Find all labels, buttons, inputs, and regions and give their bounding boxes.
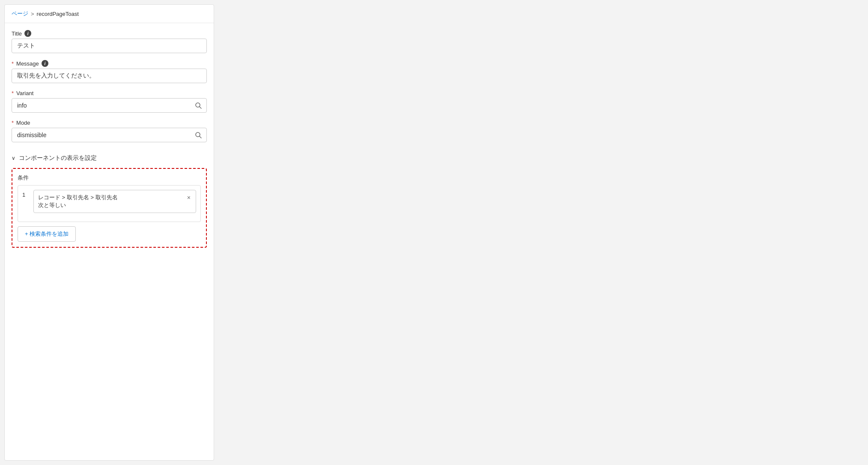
variant-label-text: Variant <box>16 90 33 96</box>
breadcrumb: ページ > recordPageToast <box>5 5 214 23</box>
message-required-star: * <box>12 60 14 67</box>
mode-required-star: * <box>12 120 14 126</box>
svg-line-3 <box>200 136 201 138</box>
section-title: コンポーネントの表示を設定 <box>19 154 97 162</box>
title-field: Title i <box>12 30 207 53</box>
search-icon <box>195 102 202 109</box>
variant-label: * Variant <box>12 90 207 96</box>
conditions-box: 1 レコード > 取引先名 > 取引先名 次と等しい × <box>18 185 201 222</box>
form-area: Title i * Message i * Variant <box>5 23 214 255</box>
mode-input-wrapper <box>12 128 207 142</box>
condition-number: 1 <box>22 190 29 198</box>
mode-label: * Mode <box>12 120 207 126</box>
title-info-icon[interactable]: i <box>24 30 31 37</box>
variant-required-star: * <box>12 90 14 96</box>
variant-field: * Variant <box>12 90 207 113</box>
svg-line-1 <box>200 107 201 108</box>
mode-input[interactable] <box>12 128 207 142</box>
variant-input[interactable] <box>12 98 207 113</box>
mode-label-text: Mode <box>16 120 30 126</box>
chevron-down-icon: ∨ <box>12 155 15 161</box>
condition-text-line1: レコード > 取引先名 > 取引先名 <box>38 194 118 201</box>
message-field: * Message i <box>12 60 207 83</box>
conditions-label: 条件 <box>18 174 201 182</box>
title-label: Title i <box>12 30 207 37</box>
search-icon <box>195 132 202 138</box>
title-label-text: Title <box>12 30 22 37</box>
mode-search-button[interactable] <box>193 130 203 140</box>
breadcrumb-separator: > <box>31 11 34 17</box>
breadcrumb-parent[interactable]: ページ <box>12 10 28 18</box>
breadcrumb-current: recordPageToast <box>37 11 79 17</box>
message-label: * Message i <box>12 60 207 67</box>
condition-row: 1 レコード > 取引先名 > 取引先名 次と等しい × <box>22 190 196 213</box>
conditions-section: 条件 1 レコード > 取引先名 > 取引先名 次と等しい × + 検索 <box>12 168 207 248</box>
condition-text-line2: 次と等しい <box>38 202 66 208</box>
message-info-icon[interactable]: i <box>42 60 48 67</box>
condition-close-button[interactable]: × <box>186 194 191 201</box>
condition-chip: レコード > 取引先名 > 取引先名 次と等しい × <box>33 190 196 213</box>
variant-search-button[interactable] <box>193 100 203 111</box>
variant-input-wrapper <box>12 98 207 113</box>
right-area <box>218 0 868 465</box>
title-input[interactable] <box>12 39 207 53</box>
visibility-section-header[interactable]: ∨ コンポーネントの表示を設定 <box>12 149 207 166</box>
add-condition-button[interactable]: + 検索条件を追加 <box>18 226 76 242</box>
main-container: ページ > recordPageToast Title i * Message … <box>0 0 868 465</box>
message-input[interactable] <box>12 69 207 83</box>
message-label-text: Message <box>16 60 39 67</box>
mode-field: * Mode <box>12 120 207 142</box>
panel: ページ > recordPageToast Title i * Message … <box>4 4 214 461</box>
condition-text: レコード > 取引先名 > 取引先名 次と等しい <box>38 194 118 209</box>
